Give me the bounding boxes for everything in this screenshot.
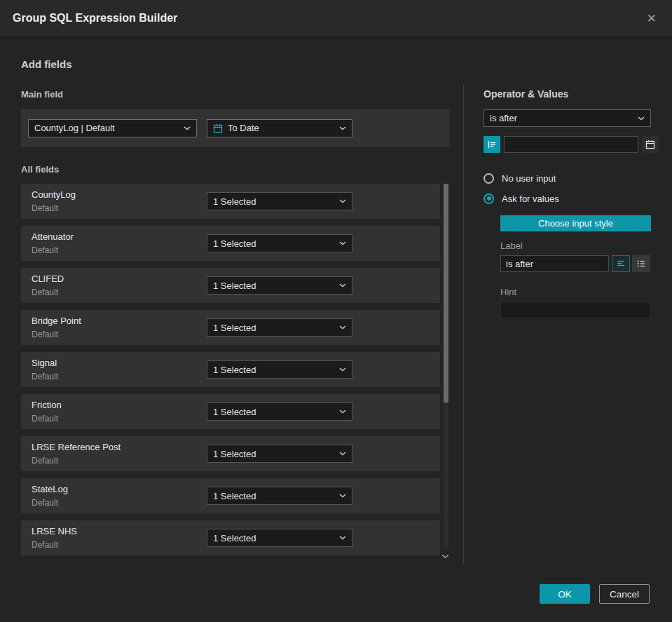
value-mode-button[interactable] — [484, 136, 500, 153]
field-count-select-value: 1 Selected — [213, 238, 334, 249]
form-input-icon — [487, 140, 497, 149]
scrollbar-thumb[interactable] — [444, 184, 448, 403]
field-name: Bridge Point — [32, 316, 81, 326]
chevron-down-icon — [441, 554, 449, 559]
list-style-button[interactable] — [632, 255, 650, 272]
main-field-panel: CountyLog | Default To Date — [21, 109, 449, 147]
field-count-select[interactable]: 1 Selected — [207, 445, 352, 463]
field-count-select[interactable]: 1 Selected — [207, 234, 352, 252]
scrollbar-track[interactable] — [444, 184, 448, 548]
value-input[interactable] — [504, 136, 638, 153]
choose-input-style-button[interactable]: Choose input style — [500, 215, 651, 231]
field-row-text: CLIFED Default — [32, 273, 64, 297]
ok-button[interactable]: OK — [540, 584, 590, 604]
field-row: Bridge Point Default 1 Selected — [21, 310, 440, 345]
field-count-select-value: 1 Selected — [213, 323, 334, 333]
main-field-date-select[interactable]: To Date — [207, 119, 352, 137]
main-field-select[interactable]: CountyLog | Default — [28, 119, 197, 137]
field-row-text: StateLog Default — [32, 484, 68, 508]
field-row-text: Signal Default — [32, 358, 58, 381]
field-row-text: Attenuator Default — [32, 231, 74, 255]
hint-input[interactable] — [500, 302, 651, 318]
close-button[interactable]: ✕ — [644, 10, 659, 27]
field-count-select-value: 1 Selected — [213, 365, 334, 375]
scroll-down-button[interactable] — [439, 551, 451, 561]
field-row-text: Bridge Point Default — [32, 316, 81, 339]
field-name: LRSE Reference Post — [32, 442, 121, 452]
cancel-button[interactable]: Cancel — [599, 584, 650, 604]
label-input-row — [500, 255, 651, 272]
operator-values-panel: Operator & Values is after No user input… — [484, 88, 651, 318]
field-row: Friction Default 1 Selected — [21, 394, 440, 429]
field-subtitle: Default — [32, 498, 68, 508]
chevron-down-icon — [339, 199, 346, 203]
field-name: Signal — [32, 358, 58, 368]
field-count-select[interactable]: 1 Selected — [207, 529, 352, 547]
field-subtitle: Default — [32, 456, 121, 466]
value-calendar-button[interactable] — [642, 136, 659, 153]
radio-circle-icon — [484, 173, 494, 184]
field-subtitle: Default — [32, 540, 77, 550]
dialog-title: Group SQL Expression Builder — [13, 12, 177, 25]
field-count-select-value: 1 Selected — [213, 449, 334, 459]
all-fields-list: CountyLog Default 1 Selected Attenuator … — [21, 184, 449, 564]
radio-no-user-input[interactable]: No user input — [484, 173, 651, 184]
field-count-select-value: 1 Selected — [213, 533, 334, 543]
single-line-style-button[interactable] — [612, 255, 630, 272]
field-subtitle: Default — [32, 330, 81, 339]
field-count-select[interactable]: 1 Selected — [207, 192, 352, 210]
radio-ask-for-values[interactable]: Ask for values — [484, 193, 651, 204]
field-row: CLIFED Default 1 Selected — [21, 268, 440, 303]
chevron-down-icon — [339, 452, 346, 456]
chevron-down-icon — [638, 116, 645, 121]
field-row-text: CountyLog Default — [32, 189, 76, 213]
chevron-down-icon — [339, 367, 346, 372]
radio-selected-icon — [484, 194, 494, 204]
group-sql-expression-builder-dialog: Group SQL Expression Builder ✕ Add field… — [0, 0, 672, 622]
field-count-select[interactable]: 1 Selected — [207, 360, 352, 379]
field-subtitle: Default — [32, 288, 64, 297]
add-fields-heading: Add fields — [21, 59, 449, 70]
field-name: CountyLog — [32, 189, 76, 200]
main-field-date-select-value: To Date — [228, 123, 334, 133]
operator-values-heading: Operator & Values — [484, 88, 651, 100]
field-row: CountyLog Default 1 Selected — [21, 184, 440, 219]
field-row: StateLog Default 1 Selected — [21, 478, 440, 513]
label-input[interactable] — [500, 255, 609, 272]
field-count-select-value: 1 Selected — [213, 280, 334, 291]
field-row-text: LRSE Reference Post Default — [32, 442, 121, 466]
field-subtitle: Default — [32, 372, 58, 381]
field-name: StateLog — [32, 484, 68, 494]
chevron-down-icon — [339, 126, 346, 130]
align-left-icon — [616, 259, 626, 269]
field-row: Attenuator Default 1 Selected — [21, 226, 440, 261]
chevron-down-icon — [184, 126, 191, 130]
hint-caption: Hint — [500, 287, 651, 297]
field-name: LRSE NHS — [32, 526, 77, 536]
field-row: Signal Default 1 Selected — [21, 352, 440, 387]
field-name: Attenuator — [32, 231, 74, 242]
dialog-header: Group SQL Expression Builder ✕ — [0, 0, 672, 36]
close-icon: ✕ — [647, 12, 657, 25]
operator-select[interactable]: is after — [484, 109, 651, 127]
field-count-select[interactable]: 1 Selected — [207, 318, 352, 337]
field-count-select[interactable]: 1 Selected — [207, 276, 352, 295]
all-fields-label: All fields — [21, 164, 449, 175]
field-name: CLIFED — [32, 273, 64, 284]
main-field-select-value: CountyLog | Default — [34, 123, 179, 133]
all-fields-rows: CountyLog Default 1 Selected Attenuator … — [21, 184, 440, 555]
calendar-icon — [645, 140, 655, 149]
field-row-text: Friction Default — [32, 400, 62, 424]
chevron-down-icon — [339, 410, 346, 414]
label-caption: Label — [500, 241, 651, 251]
field-subtitle: Default — [32, 245, 74, 255]
field-count-select[interactable]: 1 Selected — [207, 487, 352, 505]
chevron-down-icon — [339, 536, 346, 540]
chevron-down-icon — [339, 241, 346, 245]
field-count-select[interactable]: 1 Selected — [207, 403, 352, 421]
chevron-down-icon — [339, 325, 346, 330]
vertical-divider — [463, 84, 464, 564]
field-row-text: LRSE NHS Default — [32, 526, 77, 550]
operator-select-value: is after — [490, 113, 633, 123]
field-subtitle: Default — [32, 414, 62, 424]
